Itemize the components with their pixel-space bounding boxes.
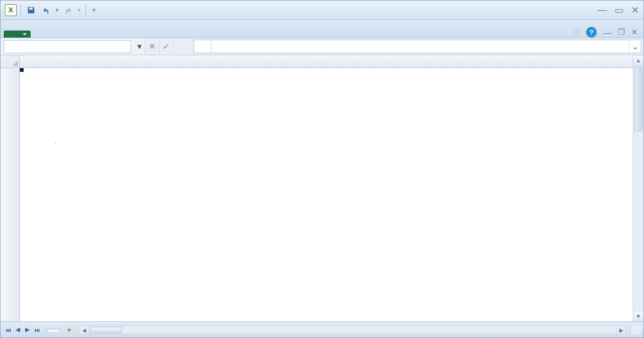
select-all-corner[interactable] <box>1 55 20 68</box>
fx-icon[interactable] <box>194 40 211 53</box>
cells-area[interactable] <box>20 68 643 321</box>
data-table <box>55 143 56 144</box>
quick-access-toolbar: X ▼ ▼ ▼ <box>5 4 99 17</box>
ribbon-minimize-icon[interactable]: ♡ <box>573 27 580 37</box>
sheet-tab-active[interactable] <box>47 329 61 332</box>
split-handle[interactable] <box>631 326 641 334</box>
window-controls: — ▭ ✕ <box>597 4 639 16</box>
scroll-thumb[interactable] <box>634 68 642 131</box>
selection-box <box>20 68 23 71</box>
undo-button[interactable] <box>40 4 53 17</box>
horizontal-scrollbar[interactable]: ◀ ▶ <box>79 326 626 334</box>
cancel-formula-button[interactable]: ✕ <box>145 40 159 53</box>
separator <box>20 5 21 16</box>
maximize-button[interactable]: ▭ <box>614 4 624 16</box>
file-tab[interactable] <box>4 31 31 38</box>
column-headers <box>1 55 643 68</box>
hscroll-thumb[interactable] <box>90 327 122 333</box>
qat-customize-icon[interactable]: ▼ <box>90 8 99 13</box>
last-sheet-button[interactable]: ⏭ <box>33 326 41 334</box>
workbook-minimize-button[interactable]: — <box>603 28 611 37</box>
undo-icon <box>42 6 50 14</box>
ribbon-right-controls: ♡ ? — ❐ ✕ <box>573 27 643 38</box>
grid-body: ▲ ▼ <box>1 68 643 321</box>
scroll-track[interactable] <box>633 68 643 311</box>
row-headers <box>1 68 20 321</box>
accept-formula-button[interactable]: ✓ <box>159 40 173 53</box>
formula-bar: ▾ ✕ ✓ ⌄ <box>1 38 643 55</box>
name-box-dropdown-icon[interactable]: ▾ <box>134 41 145 52</box>
prev-sheet-button[interactable]: ◀ <box>13 326 22 334</box>
formula-input-area: ⌄ <box>194 40 641 53</box>
redo-dropdown-icon[interactable]: ▼ <box>77 8 82 13</box>
redo-button[interactable] <box>62 4 75 17</box>
name-box-wrap: ▾ <box>1 38 145 55</box>
separator <box>85 5 86 16</box>
save-icon <box>27 6 35 14</box>
vertical-scrollbar[interactable]: ▲ ▼ <box>633 68 643 321</box>
minimize-button[interactable]: — <box>597 4 607 16</box>
next-sheet-button[interactable]: ▶ <box>23 326 32 334</box>
redo-icon <box>64 6 72 14</box>
workbook-restore-button[interactable]: ❐ <box>618 27 625 37</box>
expand-formula-bar-icon[interactable]: ⌄ <box>629 41 641 52</box>
save-button[interactable] <box>25 4 38 17</box>
undo-dropdown-icon[interactable]: ▼ <box>55 8 60 13</box>
scroll-left-button[interactable]: ◀ <box>79 326 89 335</box>
scroll-down-button[interactable]: ▼ <box>633 311 643 321</box>
scroll-right-button[interactable]: ▶ <box>616 326 626 335</box>
close-button[interactable]: ✕ <box>631 4 639 16</box>
help-icon[interactable]: ? <box>586 27 597 38</box>
ribbon: ♡ ? — ❐ ✕ <box>1 20 643 38</box>
excel-app-icon[interactable]: X <box>5 4 17 16</box>
workbook-close-button[interactable]: ✕ <box>631 27 638 37</box>
title-bar: X ▼ ▼ ▼ — ▭ ✕ <box>1 1 643 20</box>
new-sheet-button[interactable]: ✦ <box>64 326 75 334</box>
spreadsheet-grid: ▲ ▼ <box>1 55 643 321</box>
status-bar: ⏮ ◀ ▶ ⏭ ✦ ◀ ▶ <box>1 321 643 337</box>
first-sheet-button[interactable]: ⏮ <box>4 326 12 334</box>
sheet-nav: ⏮ ◀ ▶ ⏭ <box>1 326 45 334</box>
excel-window: X ▼ ▼ ▼ — ▭ ✕ ♡ ? <box>0 0 644 338</box>
name-box[interactable] <box>4 40 131 53</box>
